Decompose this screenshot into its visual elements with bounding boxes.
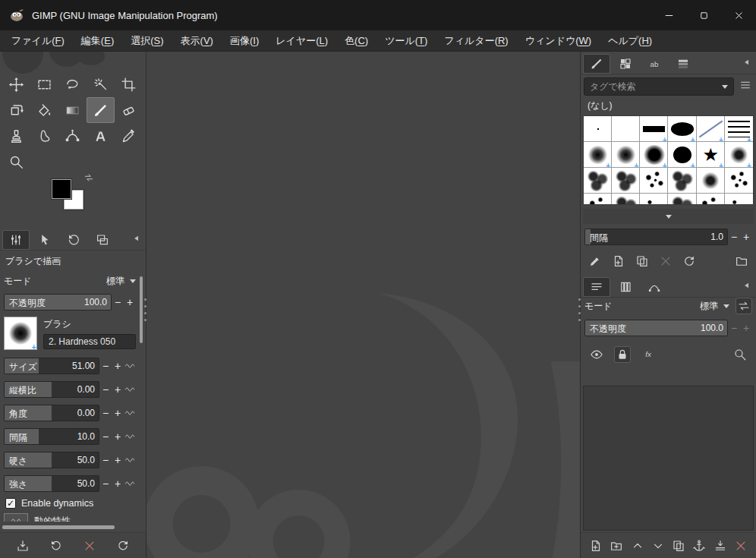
layers-dock-tab-paths[interactable]: [641, 277, 668, 297]
tool-fuzzy-select[interactable]: [87, 71, 115, 97]
brush-view-toggle-button[interactable]: [738, 79, 753, 94]
brush-item[interactable]: [668, 142, 696, 168]
opacity-slider[interactable]: 不透明度 100.0: [4, 294, 112, 311]
force-slider[interactable]: 強さ50.0: [4, 475, 99, 492]
tag-search-input[interactable]: タグで検索: [584, 77, 734, 96]
opacity-decrease-button[interactable]: −: [112, 293, 124, 311]
brush-item[interactable]: [584, 194, 612, 205]
brush-item[interactable]: [668, 116, 696, 142]
brush-item[interactable]: [612, 194, 640, 205]
menu-item-image[interactable]: 画像(I): [222, 31, 267, 51]
tool-options-horizontal-scrollbar[interactable]: [2, 525, 115, 529]
restore-tool-preset-button[interactable]: [48, 538, 65, 554]
brush-item[interactable]: [697, 194, 725, 205]
force-decrease-button[interactable]: −: [99, 474, 112, 493]
size-increase-button[interactable]: +: [112, 357, 124, 375]
layers-dock-tab-channels[interactable]: [612, 277, 639, 297]
tool-crop[interactable]: [115, 71, 143, 97]
brush-item[interactable]: [612, 168, 640, 194]
brush-item[interactable]: [612, 142, 640, 168]
force-curve-button[interactable]: [124, 476, 136, 491]
menu-item-filters[interactable]: フィルター(R): [436, 31, 516, 51]
foreground-color-swatch[interactable]: [52, 179, 71, 199]
hardness-increase-button[interactable]: +: [112, 451, 124, 469]
lock-button[interactable]: [614, 346, 631, 363]
brush-item[interactable]: [584, 116, 612, 142]
left-dock-tab-tool-options[interactable]: [2, 230, 30, 250]
delete-tool-preset-button[interactable]: [81, 538, 98, 554]
brush-spacing-slider[interactable]: 間隔 1.0: [584, 229, 728, 245]
brushes-dock-dock-menu-button[interactable]: [740, 57, 754, 71]
left-dock-tab-device-status[interactable]: [31, 230, 58, 250]
left-dock-dock-menu-button[interactable]: [130, 233, 143, 247]
visibility-button[interactable]: [588, 346, 605, 363]
spacing-curve-button[interactable]: [124, 429, 136, 444]
menu-item-edit[interactable]: 編集(E): [73, 31, 122, 51]
layers-list[interactable]: [583, 386, 754, 531]
size-decrease-button[interactable]: −: [99, 357, 112, 375]
left-dock-tab-images[interactable]: [89, 230, 116, 250]
menu-item-help[interactable]: ヘルプ(H): [600, 31, 660, 51]
layers-dock-tab-layers[interactable]: [583, 277, 610, 297]
angle-increase-button[interactable]: +: [112, 404, 124, 422]
hardness-slider[interactable]: 硬さ50.0: [4, 452, 99, 468]
brush-item[interactable]: [640, 142, 668, 168]
brush-name[interactable]: 2. Hardness 050: [43, 334, 136, 349]
tool-gradient[interactable]: [58, 97, 87, 123]
brush-item[interactable]: [697, 142, 725, 168]
menu-item-tools[interactable]: ツール(T): [376, 31, 436, 51]
angle-decrease-button[interactable]: −: [99, 404, 112, 422]
swap-colors-icon[interactable]: [83, 173, 94, 182]
layer-opacity-slider[interactable]: 不透明度 100.0: [584, 320, 728, 336]
menu-item-file[interactable]: ファイル(F): [3, 31, 73, 51]
menu-item-layer[interactable]: レイヤー(L): [267, 31, 336, 51]
brush-item[interactable]: [640, 168, 668, 194]
brush-spacing-decrease-button[interactable]: −: [728, 228, 740, 246]
brush-item[interactable]: [725, 168, 753, 194]
search-layers-button[interactable]: [732, 346, 748, 363]
duplicate-layer-button[interactable]: [670, 538, 687, 554]
tool-move[interactable]: [2, 71, 30, 97]
tool-color-picker[interactable]: [115, 123, 143, 149]
layers-dock-dock-menu-button[interactable]: [740, 280, 754, 294]
brush-item[interactable]: [725, 142, 753, 168]
tool-bucket-fill[interactable]: [30, 97, 58, 123]
brushes-dock-tab-gradients[interactable]: [669, 54, 697, 74]
hardness-decrease-button[interactable]: −: [99, 451, 112, 469]
tool-free-select[interactable]: [58, 71, 87, 97]
brushes-dock-tab-brushes[interactable]: [583, 54, 610, 74]
tool-text[interactable]: [87, 123, 115, 149]
raise-layer-button[interactable]: [629, 538, 646, 554]
brush-item[interactable]: [668, 194, 696, 205]
reset-tool-options-button[interactable]: [115, 538, 131, 554]
size-slider[interactable]: サイズ51.00: [4, 358, 99, 374]
layer-mode-switch-button[interactable]: [736, 298, 752, 314]
menu-item-windows[interactable]: ウィンドウ(W): [517, 31, 600, 51]
hardness-curve-button[interactable]: [124, 452, 136, 468]
left-panel-splitter[interactable]: [143, 296, 147, 323]
save-tool-preset-button[interactable]: [14, 538, 31, 554]
spacing-decrease-button[interactable]: −: [99, 427, 112, 446]
brush-spacing-increase-button[interactable]: +: [740, 228, 752, 246]
tool-eraser[interactable]: [115, 97, 143, 123]
tool-paths[interactable]: [58, 123, 87, 149]
open-brush-as-image-button[interactable]: [733, 253, 750, 270]
brush-item[interactable]: [584, 142, 612, 168]
maximize-button[interactable]: [686, 0, 721, 30]
close-button[interactable]: [721, 0, 756, 30]
brush-item[interactable]: [584, 168, 612, 194]
tool-paintbrush[interactable]: [87, 97, 115, 123]
brush-list-expander[interactable]: [583, 209, 754, 224]
spacing-increase-button[interactable]: +: [112, 427, 124, 446]
brush-item[interactable]: [668, 168, 696, 194]
brushes-dock-tab-fonts[interactable]: ab: [641, 54, 668, 74]
tool-smudge[interactable]: [30, 123, 58, 149]
tool-clone[interactable]: [2, 123, 30, 149]
left-dock-tab-undo-history[interactable]: [60, 230, 87, 250]
new-layer-button[interactable]: [587, 538, 604, 554]
spacing-slider[interactable]: 間隔10.0: [4, 428, 99, 445]
angle-curve-button[interactable]: [124, 405, 136, 421]
layer-mode-select[interactable]: 標準: [700, 300, 729, 313]
anchor-layer-button[interactable]: [691, 538, 707, 554]
force-increase-button[interactable]: +: [112, 474, 124, 493]
